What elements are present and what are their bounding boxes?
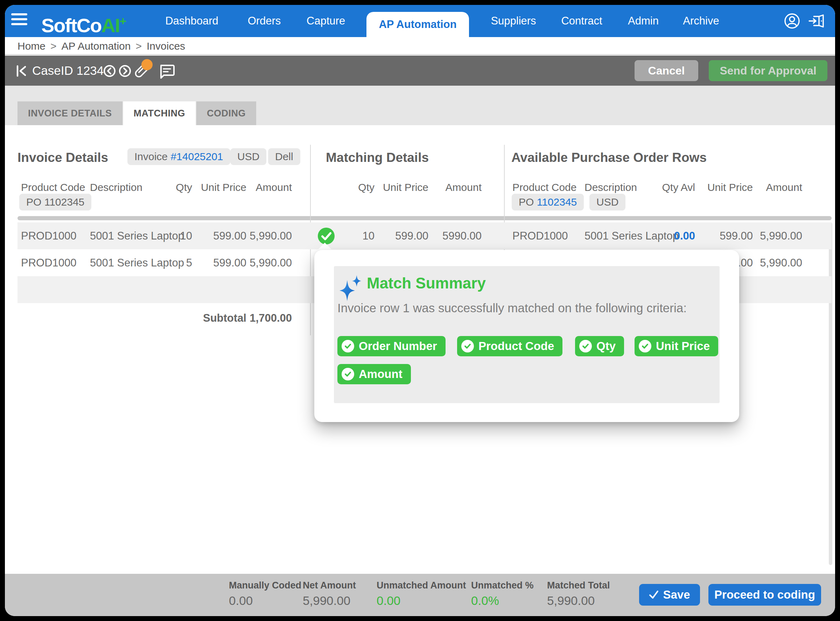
cell-product-code: PROD1000: [512, 223, 568, 249]
matching-panel-title: Matching Details: [326, 150, 429, 165]
cell-qty-avl[interactable]: 0.00: [653, 223, 695, 249]
tab-invoice-details[interactable]: INVOICE DETAILS: [18, 101, 123, 125]
invoice-panel-title: Invoice Details: [18, 150, 108, 165]
nav-item-admin[interactable]: Admin: [628, 5, 659, 37]
check-icon: [639, 340, 652, 353]
logo-ai: AI: [102, 14, 120, 36]
cell-qty: 10: [164, 223, 192, 249]
po-panel-title: Available Purchase Order Rows: [511, 150, 707, 165]
po-col-unit-price: Unit Price: [700, 182, 753, 193]
tab-matching[interactable]: MATCHING: [123, 101, 196, 125]
po-col-amount: Amount: [750, 182, 802, 193]
cell-unit-price: 599.00: [194, 249, 246, 276]
tab-strip: INVOICE DETAILS MATCHING CODING: [5, 86, 835, 125]
po-col-description: Description: [585, 182, 637, 193]
match-summary-popup: Match Summary Invoice row 1 was successf…: [314, 250, 739, 422]
invoice-col-amount: Amount: [239, 182, 292, 193]
invoice-chip-number[interactable]: #14025201: [170, 151, 223, 162]
invoice-vendor-chip: Dell: [268, 148, 300, 165]
criteria-label: Order Number: [359, 339, 437, 353]
cell-amount: 5,990.00: [750, 249, 802, 276]
breadcrumb-ap-automation[interactable]: AP Automation: [62, 40, 131, 52]
matching-col-amount: Amount: [429, 182, 482, 193]
previous-case-icon[interactable]: [103, 65, 116, 79]
invoice-po-chip[interactable]: PO 1102345: [19, 194, 91, 211]
nav-item-ap-automation[interactable]: AP Automation: [366, 12, 469, 37]
tab-coding[interactable]: CODING: [196, 101, 256, 125]
check-icon: [649, 590, 659, 599]
send-for-approval-button[interactable]: Send for Approval: [709, 60, 828, 81]
check-icon: [579, 340, 592, 353]
match-success-icon[interactable]: [318, 228, 334, 244]
save-button[interactable]: Save: [639, 584, 700, 606]
matching-workspace: Invoice Details Matching Details Availab…: [5, 125, 835, 574]
nav-item-capture[interactable]: Capture: [307, 5, 345, 37]
po-col-qty-avl: Qty Avl: [653, 182, 695, 193]
cell-qty: 10: [346, 223, 375, 249]
criteria-chip-order-number: Order Number: [337, 336, 445, 356]
vertical-scrollbar[interactable]: [829, 223, 832, 565]
nav-item-orders[interactable]: Orders: [248, 5, 281, 37]
check-icon: [342, 368, 354, 380]
cell-unit-price: 599.00: [194, 223, 246, 249]
nav-item-contract[interactable]: Contract: [561, 5, 602, 37]
nav-item-archive[interactable]: Archive: [683, 5, 719, 37]
criteria-label: Unit Price: [656, 339, 710, 353]
nav-item-dashboard[interactable]: Dashboard: [165, 5, 219, 37]
po-number-chip[interactable]: PO 1102345: [512, 194, 584, 211]
stat-unmatched-percent: Unmatched % 0.0%: [471, 580, 534, 608]
breadcrumb-invoices[interactable]: Invoices: [147, 40, 185, 52]
stat-net-amount: Net Amount 5,990.00: [303, 580, 356, 608]
hamburger-menu-icon[interactable]: [11, 13, 27, 29]
po-currency-chip: USD: [589, 194, 626, 211]
criteria-label: Qty: [596, 339, 616, 353]
cell-qty: 5: [164, 249, 192, 276]
stat-manually-coded: Manually Coded 0.00: [229, 580, 301, 608]
criteria-label: Product Code: [478, 339, 554, 353]
cell-product-code: PROD1000: [21, 223, 77, 249]
invoice-col-product-code: Product Code: [21, 182, 85, 193]
cell-amount: 5,990.00: [239, 223, 292, 249]
top-nav: SoftCoAI+ Dashboard Orders Capture AP Au…: [5, 5, 835, 37]
logout-icon[interactable]: [808, 13, 825, 29]
criteria-chip-amount: Amount: [337, 364, 411, 384]
comments-icon[interactable]: [159, 64, 175, 81]
horizontal-scrollbar[interactable]: [18, 216, 832, 220]
invoice-col-unit-price: Unit Price: [194, 182, 246, 193]
user-profile-icon[interactable]: [784, 13, 800, 29]
criteria-chip-product-code: Product Code: [457, 336, 562, 356]
logo-plus: +: [120, 14, 127, 27]
stat-unmatched-amount: Unmatched Amount 0.00: [377, 580, 466, 608]
criteria-label: Amount: [359, 368, 403, 381]
cancel-button[interactable]: Cancel: [635, 60, 698, 81]
totals-footer: Manually Coded 0.00 Net Amount 5,990.00 …: [5, 574, 835, 616]
subtotal-label: Subtotal: [194, 312, 246, 324]
invoice-col-qty: Qty: [164, 182, 192, 193]
cell-unit-price: 599.00: [700, 223, 753, 249]
cell-amount: 5,990.00: [239, 249, 292, 276]
case-toolbar: CaseID 1234 Cancel Send for Approval: [5, 56, 835, 86]
check-icon: [342, 340, 354, 353]
matching-col-unit-price: Unit Price: [376, 182, 428, 193]
proceed-to-coding-button[interactable]: Proceed to coding: [708, 584, 821, 606]
invoice-number-chip[interactable]: Invoice #14025201: [128, 148, 230, 165]
app-window: SoftCoAI+ Dashboard Orders Capture AP Au…: [5, 5, 835, 616]
next-case-icon[interactable]: [118, 65, 131, 79]
po-col-product-code: Product Code: [512, 182, 576, 193]
stat-matched-total: Matched Total 5,990.00: [547, 580, 610, 608]
save-button-label: Save: [663, 588, 690, 601]
ai-sparkle-icon: [337, 273, 366, 303]
case-id-label: CaseID 1234: [32, 56, 103, 86]
cell-unit-price: 599.00: [376, 223, 428, 249]
invoice-chip-prefix: Invoice: [134, 151, 170, 162]
breadcrumb-home[interactable]: Home: [18, 40, 46, 52]
breadcrumb-separator: >: [46, 40, 62, 52]
nav-item-suppliers[interactable]: Suppliers: [491, 5, 536, 37]
logo-brand: SoftCo: [41, 14, 102, 36]
criteria-chip-unit-price: Unit Price: [635, 336, 718, 356]
po-chip-number[interactable]: 1102345: [537, 196, 577, 208]
match-summary-message: Invoice row 1 was successfully matched o…: [337, 301, 687, 315]
matching-col-qty: Qty: [346, 182, 375, 193]
attachments-badge: [141, 59, 153, 70]
back-to-start-icon[interactable]: [15, 65, 28, 79]
